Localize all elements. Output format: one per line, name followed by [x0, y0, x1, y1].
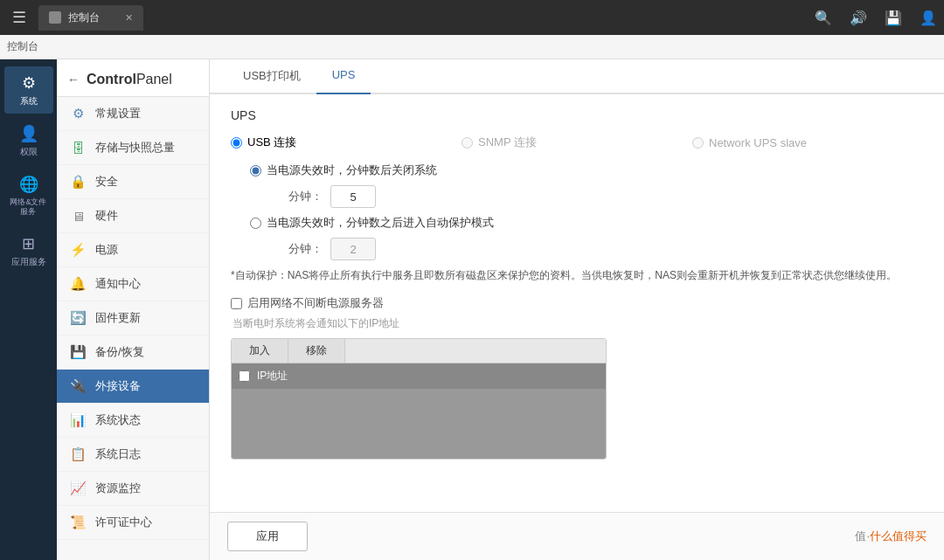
network-ups-slave-label: Network UPS slave — [709, 136, 807, 149]
nav-notification-label: 通知中心 — [95, 276, 141, 292]
nav-item-log[interactable]: 📋 系统日志 — [57, 438, 209, 472]
tabbar: 控制台 — [0, 35, 944, 59]
ups-note: *自动保护：NAS将停止所有执行中服务且即数所有磁盘区来保护您的资料。当供电恢复… — [231, 267, 923, 283]
tab-usb-printer[interactable]: USB打印机 — [227, 59, 316, 94]
safe-mode-option: 当电源失效时，分钟数之后进入自动保护模式 — [250, 215, 923, 231]
log-icon: 📋 — [69, 446, 87, 462]
cp-title-light: Panel — [136, 72, 172, 86]
tab-ups-label: UPS — [332, 68, 356, 81]
menu-icon[interactable]: ☰ — [7, 8, 31, 27]
lock-icon: 🔒 — [69, 174, 87, 190]
nav-item-status[interactable]: 📊 系统状态 — [57, 404, 209, 438]
usb-icon: 🔌 — [69, 378, 87, 394]
nav-panel: ← ControlPanel ⚙ 常规设置 🗄 存储与快照总量 🔒 安全 🖥 硬… — [57, 59, 210, 560]
snmp-connection-option[interactable]: SNMP 连接 — [462, 135, 692, 150]
close-tab-button[interactable]: ✕ — [125, 12, 133, 24]
ip-column-header: IP地址 — [257, 369, 288, 384]
nav-item-external[interactable]: 🔌 外接设备 — [57, 370, 209, 404]
ip-table-body — [232, 389, 606, 459]
sidebar-apps-label: 应用服务 — [11, 257, 46, 267]
ip-table-toolbar: 加入 移除 — [232, 339, 606, 363]
nav-backup-label: 备份/恢复 — [95, 344, 144, 360]
user-icon[interactable]: 👤 — [920, 10, 937, 26]
gear-icon: ⚙ — [69, 106, 87, 121]
nav-item-hardware[interactable]: 🖥 硬件 — [57, 199, 209, 233]
volume-icon[interactable]: 🔊 — [850, 10, 867, 26]
safe-mode-minutes-input[interactable] — [330, 238, 376, 260]
storage-icon[interactable]: 💾 — [885, 10, 902, 26]
ups-section-title: UPS — [231, 108, 923, 122]
usb-connection-label: USB 连接 — [247, 135, 296, 150]
shutdown-after-radio[interactable] — [250, 165, 261, 176]
nav-storage-label: 存储与快照总量 — [95, 140, 175, 156]
storage-icon: 🗄 — [69, 141, 87, 156]
nav-item-firmware[interactable]: 🔄 固件更新 — [57, 301, 209, 335]
nav-item-license[interactable]: 📜 许可证中心 — [57, 506, 209, 540]
nav-log-label: 系统日志 — [95, 446, 141, 462]
nav-firmware-label: 固件更新 — [95, 310, 141, 326]
nav-item-backup[interactable]: 💾 备份/恢复 — [57, 335, 209, 370]
nav-item-storage[interactable]: 🗄 存储与快照总量 — [57, 131, 209, 165]
sidebar-item-system[interactable]: ⚙ 系统 — [4, 66, 53, 114]
permissions-icon: 👤 — [19, 124, 38, 143]
control-panel-title: ControlPanel — [87, 72, 172, 87]
nav-item-resource[interactable]: 📈 资源监控 — [57, 472, 209, 506]
snmp-radio[interactable] — [462, 137, 473, 149]
watermark: 值·什么值得买 — [855, 529, 927, 544]
sidebar-system-label: 系统 — [20, 96, 38, 107]
safe-mode-label: 当电源失效时，分钟数之后进入自动保护模式 — [267, 215, 494, 231]
bell-icon: 🔔 — [69, 276, 87, 292]
add-ip-button[interactable]: 加入 — [232, 339, 288, 363]
tab-usb-printer-label: USB打印机 — [243, 69, 301, 82]
network-ups-checkbox-label: 启用网络不间断电源服务器 — [247, 295, 384, 311]
snmp-connection-label: SNMP 连接 — [478, 135, 537, 150]
nav-license-label: 许可证中心 — [95, 515, 152, 530]
backup-icon: 💾 — [69, 344, 87, 360]
nav-item-security[interactable]: 🔒 安全 — [57, 165, 209, 199]
ip-hint-text: 当断电时系统将会通知以下的IP地址 — [233, 316, 923, 331]
apps-icon: ⊞ — [22, 234, 35, 253]
nav-item-power[interactable]: ⚡ 电源 — [57, 233, 209, 267]
cp-title-bold: Control — [87, 72, 136, 86]
tab-ups[interactable]: UPS — [316, 59, 371, 94]
watermark-prefix: 值· — [855, 529, 870, 543]
network-ups-slave-option[interactable]: Network UPS slave — [692, 136, 923, 149]
usb-radio[interactable] — [231, 137, 242, 149]
network-icon: 🌐 — [19, 175, 38, 194]
power-icon: ⚡ — [69, 242, 87, 258]
safe-mode-radio[interactable] — [250, 218, 261, 229]
sidebar-item-permissions[interactable]: 👤 权限 — [4, 117, 53, 164]
content-footer: 应用 值·什么值得买 — [210, 512, 944, 560]
apply-button[interactable]: 应用 — [227, 522, 308, 551]
sidebar-network-label: 网络&文件 服务 — [10, 197, 46, 217]
tab-icon — [49, 11, 61, 24]
nav-external-label: 外接设备 — [95, 378, 141, 394]
sidebar-item-apps[interactable]: ⊞ 应用服务 — [4, 227, 53, 274]
chart-icon: 📊 — [69, 412, 87, 428]
remove-ip-button[interactable]: 移除 — [288, 339, 345, 363]
nav-resource-label: 资源监控 — [95, 480, 141, 496]
shutdown-minutes-input[interactable] — [330, 185, 376, 208]
network-ups-checkbox[interactable] — [231, 298, 242, 309]
connection-type-row: USB 连接 SNMP 连接 Network UPS slave — [231, 135, 923, 150]
nav-general-label: 常规设置 — [95, 106, 141, 121]
select-all-checkbox[interactable] — [239, 370, 250, 382]
safe-mode-minutes-row: 分钟： — [288, 238, 923, 260]
sidebar-permissions-label: 权限 — [20, 147, 38, 157]
nav-item-notification[interactable]: 🔔 通知中心 — [57, 267, 209, 301]
usb-connection-option[interactable]: USB 连接 — [231, 135, 462, 150]
sidebar: ⚙ 系统 👤 权限 🌐 网络&文件 服务 ⊞ 应用服务 — [0, 59, 57, 560]
sidebar-item-network[interactable]: 🌐 网络&文件 服务 — [4, 168, 53, 224]
shutdown-minutes-row: 分钟： — [288, 185, 923, 208]
nav-security-label: 安全 — [95, 174, 118, 190]
nav-hardware-label: 硬件 — [95, 208, 118, 224]
search-icon[interactable]: 🔍 — [815, 10, 832, 26]
shutdown-after-label: 当电源失效时，分钟数后关闭系统 — [267, 162, 437, 178]
nav-item-general[interactable]: ⚙ 常规设置 — [57, 97, 209, 131]
titlebar-tab[interactable]: 控制台 ✕ — [38, 5, 143, 31]
ip-table: 加入 移除 IP地址 — [231, 338, 607, 460]
back-button[interactable]: ← — [67, 73, 80, 86]
chip-icon: 🖥 — [69, 209, 87, 224]
system-icon: ⚙ — [22, 73, 36, 93]
network-ups-slave-radio[interactable] — [692, 137, 704, 149]
